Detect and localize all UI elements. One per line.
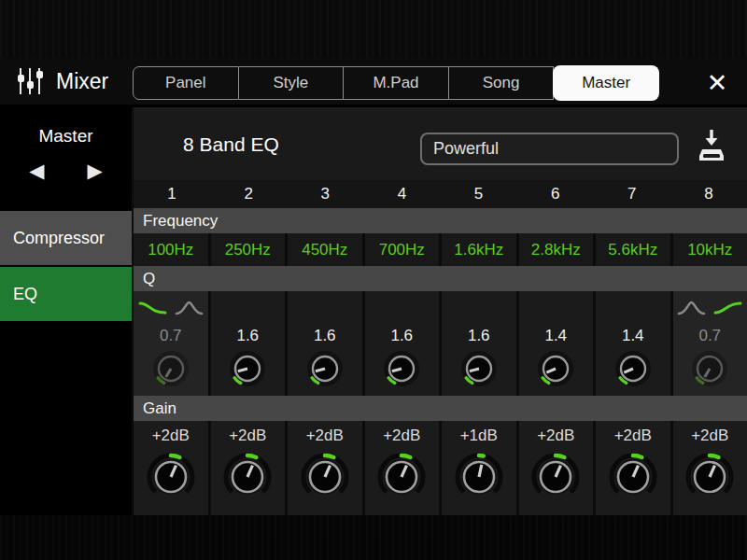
mixer-sliders-icon <box>15 65 45 97</box>
gain-value: +1dB <box>460 425 498 447</box>
q-value: 1.6 <box>390 326 413 346</box>
sidebar-item-compressor[interactable]: Compressor <box>0 211 132 265</box>
part-next-arrow-icon[interactable]: ▶ <box>88 160 103 182</box>
gain-value: +2dB <box>614 425 652 447</box>
gain-section-header: Gain <box>134 396 747 421</box>
q-knob[interactable] <box>688 346 731 391</box>
gain-control-band1: +2dB <box>134 421 208 515</box>
save-preset-button[interactable] <box>695 128 728 165</box>
app-title: Mixer <box>56 69 108 94</box>
q-control-band7: 1.4 <box>596 324 670 396</box>
q-knob[interactable] <box>226 346 269 391</box>
gain-value: +2dB <box>383 425 420 447</box>
frequency-value-band3[interactable]: 450Hz <box>288 233 362 266</box>
filter-type-band3 <box>288 291 362 324</box>
q-control-band2: 1.6 <box>211 324 286 396</box>
q-value: 1.6 <box>468 326 490 346</box>
q-knob[interactable] <box>534 346 577 391</box>
tab-panel[interactable]: Panel <box>133 66 239 100</box>
part-prev-arrow-icon[interactable]: ◀ <box>29 160 44 182</box>
gain-knob[interactable] <box>144 447 198 507</box>
gain-control-band7: +2dB <box>596 421 670 515</box>
q-knob[interactable] <box>380 346 423 391</box>
q-value: 0.7 <box>698 326 721 346</box>
tab-master[interactable]: Master <box>554 66 658 100</box>
eq-page-title: 8 Band EQ <box>183 133 279 156</box>
tab-song[interactable]: Song <box>449 66 555 100</box>
q-knob[interactable] <box>612 346 655 391</box>
gain-value: +2dB <box>306 425 344 447</box>
q-section-header: Q <box>134 266 747 291</box>
tab-style[interactable]: Style <box>239 66 345 100</box>
peak-icon[interactable] <box>175 299 204 317</box>
q-knob-row: 0.7 1.6 1.6 <box>134 324 747 396</box>
q-control-band6: 1.4 <box>519 324 594 396</box>
frequency-value-band5[interactable]: 1.6kHz <box>442 233 516 266</box>
gain-knob[interactable] <box>374 447 429 507</box>
gain-control-band8: +2dB <box>673 421 747 515</box>
band-number: 5 <box>441 180 517 208</box>
low-shelf-icon[interactable] <box>138 299 167 317</box>
q-value: 0.7 <box>160 326 182 346</box>
gain-value: +2dB <box>691 425 728 447</box>
gain-knob[interactable] <box>298 447 352 507</box>
frequency-value-band1[interactable]: 100Hz <box>134 233 208 266</box>
gain-control-band6: +2dB <box>519 421 594 515</box>
filter-type-row <box>134 291 747 324</box>
gain-knob[interactable] <box>220 447 275 507</box>
frequency-section-header: Frequency <box>134 208 747 233</box>
preset-selector[interactable]: Powerful <box>420 133 679 165</box>
eq-title-row: 8 Band EQ Powerful <box>134 107 747 180</box>
q-knob[interactable] <box>149 346 192 391</box>
gain-knob[interactable] <box>452 447 506 507</box>
gain-knob[interactable] <box>529 447 583 507</box>
frequency-value-band6[interactable]: 2.8kHz <box>519 233 594 266</box>
part-selector-label: Master <box>38 126 92 147</box>
frequency-value-band4[interactable]: 700Hz <box>365 233 440 266</box>
frequency-value-band8[interactable]: 10kHz <box>673 233 747 266</box>
band-number: 2 <box>210 180 287 208</box>
filter-type-band6 <box>519 291 594 324</box>
gain-knob[interactable] <box>683 447 737 507</box>
sidebar-item-eq[interactable]: EQ <box>0 267 132 321</box>
gain-control-band3: +2dB <box>288 421 362 515</box>
sidebar: Master ◀ ▶ Compressor EQ <box>0 107 132 515</box>
tab-mpad[interactable]: M.Pad <box>344 66 449 100</box>
eq-panel: 8 Band EQ Powerful 1 2 3 4 5 6 7 8 Frequ… <box>134 107 747 515</box>
close-icon[interactable]: ✕ <box>700 68 734 98</box>
peak-icon[interactable] <box>677 299 706 317</box>
gain-value: +2dB <box>229 425 266 447</box>
gain-control-band5: +1dB <box>442 421 516 515</box>
band-number: 4 <box>363 180 440 208</box>
mixer-tabbar: Panel Style M.Pad Song Master <box>133 66 658 100</box>
q-control-band3: 1.6 <box>288 324 362 396</box>
q-value: 1.6 <box>236 326 259 346</box>
band-number: 1 <box>134 180 210 208</box>
q-control-band8: 0.7 <box>673 324 747 396</box>
gain-value: +2dB <box>152 425 190 447</box>
frequency-value-band2[interactable]: 250Hz <box>211 233 286 266</box>
high-shelf-icon[interactable] <box>713 299 742 317</box>
mixer-header-bar: Mixer Panel Style M.Pad Song Master ✕ <box>0 58 747 107</box>
app-identity: Mixer <box>0 65 133 97</box>
q-value: 1.6 <box>314 326 336 346</box>
q-control-band1: 0.7 <box>134 324 208 396</box>
part-selector: Master ◀ ▶ <box>0 107 132 211</box>
q-control-band5: 1.6 <box>442 324 516 396</box>
gain-control-band2: +2dB <box>211 421 286 515</box>
band-number: 6 <box>517 180 594 208</box>
filter-type-band7 <box>596 291 670 324</box>
q-knob[interactable] <box>303 346 346 391</box>
save-to-device-icon <box>695 128 728 165</box>
gain-knob[interactable] <box>606 447 660 507</box>
band-number: 7 <box>594 180 670 208</box>
q-knob[interactable] <box>458 346 500 391</box>
band-number: 8 <box>670 180 747 208</box>
filter-type-band8 <box>673 291 747 324</box>
gain-value: +2dB <box>537 425 574 447</box>
filter-type-band2 <box>211 291 286 324</box>
filter-type-band5 <box>442 291 516 324</box>
q-control-band4: 1.6 <box>365 324 440 396</box>
frequency-value-band7[interactable]: 5.6kHz <box>596 233 670 266</box>
q-value: 1.4 <box>544 326 567 346</box>
